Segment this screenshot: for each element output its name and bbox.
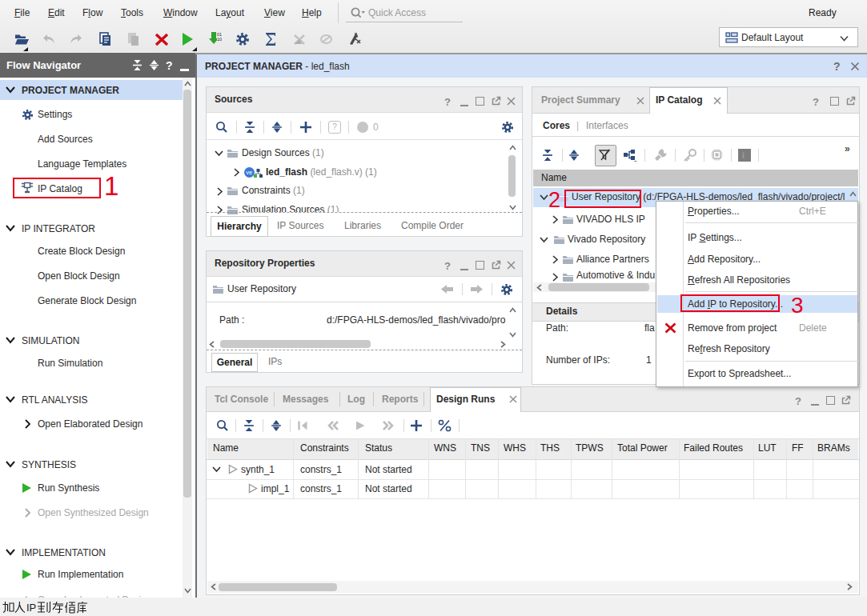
svg-text:10: 10 bbox=[217, 37, 222, 42]
svg-text:ve: ve bbox=[246, 169, 252, 176]
svg-text:IP: IP bbox=[26, 602, 36, 614]
